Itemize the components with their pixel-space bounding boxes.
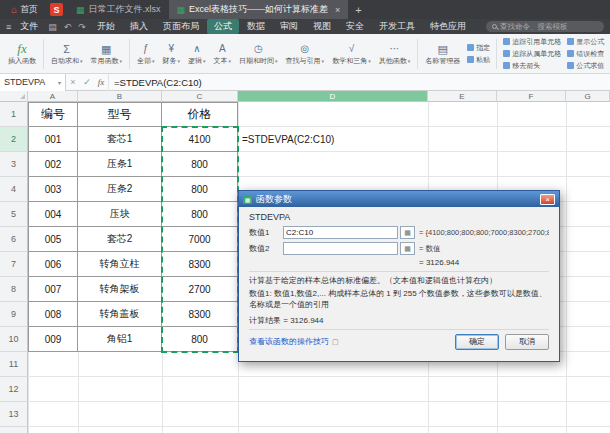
col-header-f[interactable]: F — [497, 91, 566, 102]
row-header[interactable]: 9 — [0, 302, 28, 327]
fn-category-text-button[interactable]: A 文本▾ — [210, 40, 236, 68]
cell[interactable]: 压块 — [78, 202, 162, 227]
document-tab-1[interactable]: ▦ 日常工作文件.xlsx — [68, 0, 169, 19]
row-header[interactable]: 5 — [0, 202, 28, 227]
tab-formulas[interactable]: 公式 — [207, 19, 239, 34]
tab-start[interactable]: 开始 — [90, 19, 122, 34]
cell[interactable]: 角铝1 — [78, 327, 162, 352]
chevron-down-icon[interactable]: ▾ — [58, 79, 61, 86]
col-header-e[interactable]: E — [428, 91, 497, 102]
row-header[interactable]: 4 — [0, 177, 28, 202]
fn-category-logic-button[interactable]: ∧ 逻辑▾ — [184, 40, 210, 68]
cell[interactable]: 7000 — [162, 227, 238, 252]
tab-special-features[interactable]: 特色应用 — [423, 19, 473, 34]
formula-input[interactable]: =STDEVPA(C2:C10) — [108, 74, 610, 91]
search-input[interactable] — [500, 22, 595, 31]
cell[interactable]: 004 — [28, 202, 78, 227]
tab-insert[interactable]: 插入 — [123, 19, 155, 34]
tab-security[interactable]: 安全 — [339, 19, 371, 34]
cell[interactable]: 压条1 — [78, 152, 162, 177]
row-header[interactable]: 14 — [0, 427, 28, 433]
cancel-button[interactable]: 取消 — [505, 334, 549, 350]
document-tab-2[interactable]: ▦ Excel表格技巧——如何计算标准差 × — [169, 0, 349, 19]
cell[interactable]: 800 — [162, 202, 238, 227]
cell[interactable]: 005 — [28, 227, 78, 252]
value1-input[interactable] — [283, 226, 398, 239]
range-picker-icon[interactable]: ▦ — [400, 226, 415, 239]
col-header-c[interactable]: C — [162, 91, 238, 102]
cell[interactable]: 转角架板 — [78, 277, 162, 302]
col-header-b[interactable]: B — [78, 91, 162, 102]
cell[interactable]: 套芯1 — [78, 127, 162, 152]
name-box[interactable]: STDEVPA ▾ — [0, 74, 66, 91]
cell[interactable]: 009 — [28, 327, 78, 352]
insert-function-icon[interactable]: fx — [94, 77, 108, 87]
fn-category-math-button[interactable]: √ 数学和三角▾ — [328, 40, 375, 68]
cell[interactable]: 编号 — [28, 102, 78, 127]
new-tab-button[interactable]: + — [348, 4, 368, 16]
cell[interactable]: 002 — [28, 152, 78, 177]
cancel-entry-icon[interactable]: × — [66, 77, 80, 87]
insert-function-button[interactable]: fx 插入函数 — [4, 39, 40, 68]
tab-page-layout[interactable]: 页面布局 — [156, 19, 206, 34]
search-box[interactable] — [486, 21, 604, 32]
evaluate-formula-button[interactable]: 公式求值 — [567, 61, 604, 71]
cell[interactable]: 8300 — [162, 302, 238, 327]
ok-button[interactable]: 确定 — [455, 334, 499, 350]
row-header[interactable]: 12 — [0, 377, 28, 402]
trace-dependents-button[interactable]: 追踪从属单元格 — [503, 49, 561, 59]
dialog-titlebar[interactable]: ▦ 函数参数 × — [239, 191, 559, 207]
fn-category-more-button[interactable]: ⋯ 其他函数▾ — [375, 40, 415, 68]
cell[interactable]: 套芯2 — [78, 227, 162, 252]
show-formulas-button[interactable]: 显示公式 — [567, 37, 604, 47]
col-header-a[interactable]: A — [28, 91, 78, 102]
row-header[interactable]: 8 — [0, 277, 28, 302]
remove-arrows-button[interactable]: 移去箭头 — [503, 61, 561, 71]
trace-precedents-button[interactable]: 追踪引用单元格 — [503, 37, 561, 47]
common-functions-button[interactable]: ▦ 常用函数▾ — [87, 40, 127, 68]
home-button[interactable]: ⌂ 首页 — [4, 0, 45, 19]
cell[interactable]: 8300 — [162, 252, 238, 277]
close-icon[interactable]: × — [540, 194, 555, 205]
row-header[interactable]: 7 — [0, 252, 28, 277]
cell[interactable]: 800 — [162, 327, 238, 352]
cell[interactable]: 006 — [28, 252, 78, 277]
tab-view[interactable]: 视图 — [306, 19, 338, 34]
redo-icon[interactable]: ↷ — [75, 22, 89, 32]
fn-category-finance-button[interactable]: ¥ 财务▾ — [159, 40, 185, 68]
accept-entry-icon[interactable]: ✓ — [80, 77, 94, 87]
row-header[interactable]: 13 — [0, 402, 28, 427]
active-cell-formula[interactable]: =STDEVPA(C2:C10) — [238, 127, 428, 152]
row-header[interactable]: 11 — [0, 352, 28, 377]
fn-category-lookup-button[interactable]: ◎ 查找与引用▾ — [282, 40, 329, 68]
cell[interactable]: 2700 — [162, 277, 238, 302]
cell[interactable]: 800 — [162, 152, 238, 177]
function-tips-link[interactable]: 查看该函数的操作技巧 — [249, 336, 329, 347]
col-header-g[interactable]: G — [566, 91, 610, 102]
col-header-d-selected[interactable]: D — [238, 91, 428, 102]
undo-icon[interactable]: ↶ — [61, 22, 75, 32]
file-menu[interactable]: 文件 — [14, 20, 44, 33]
error-check-button[interactable]: 错误检查 — [567, 49, 604, 59]
tab-dev-tools[interactable]: 开发工具 — [372, 19, 422, 34]
cell[interactable]: 压条2 — [78, 177, 162, 202]
row-header[interactable]: 10 — [0, 327, 28, 352]
autosum-button[interactable]: Σ 自动求和▾ — [47, 40, 87, 68]
tab-close-icon[interactable]: × — [335, 5, 340, 15]
range-picker-icon[interactable]: ▦ — [400, 242, 415, 255]
value2-input[interactable] — [283, 242, 398, 255]
cell[interactable]: 003 — [28, 177, 78, 202]
tab-review[interactable]: 审阅 — [273, 19, 305, 34]
cell[interactable]: 800 — [162, 177, 238, 202]
cell[interactable]: 007 — [28, 277, 78, 302]
row-header[interactable]: 6 — [0, 227, 28, 252]
paste-name-button[interactable]: 粘贴 — [467, 55, 490, 65]
cell[interactable]: 价格 — [162, 102, 238, 127]
docer-logo-icon[interactable]: S — [50, 3, 63, 16]
save-icon[interactable]: ▤ — [45, 22, 60, 32]
row-header[interactable]: 3 — [0, 152, 28, 177]
select-all-corner[interactable] — [0, 91, 28, 102]
hamburger-icon[interactable]: ≡ — [6, 22, 11, 32]
cell[interactable]: 转角立柱 — [78, 252, 162, 277]
define-name-button[interactable]: 指定 — [467, 43, 490, 53]
